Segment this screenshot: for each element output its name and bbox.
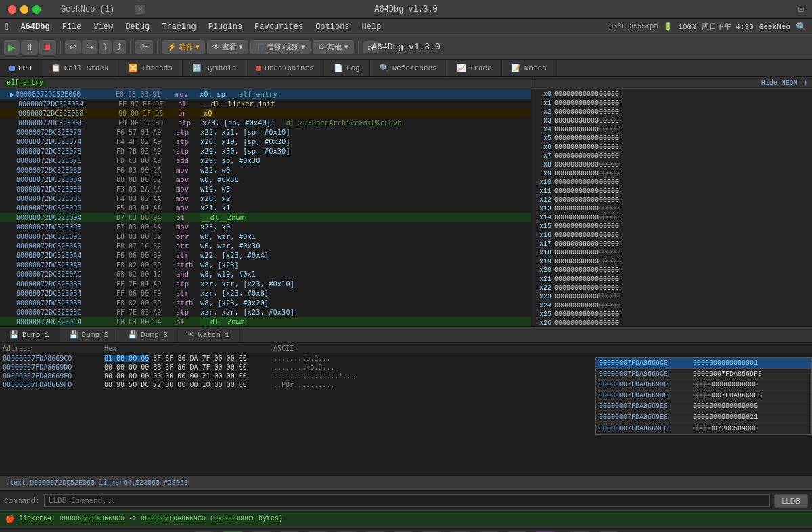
disasm-body[interactable]: ▶ 00000072DC52E060 E0 03 00 91 mov x0, s… xyxy=(0,89,531,326)
table-row[interactable]: 00000072DC52E07C FD C3 00 A9 add x29, sp… xyxy=(0,156,531,165)
reg-value[interactable]: 0000000000000000 xyxy=(554,108,619,116)
bottom-tab-dump1[interactable]: 💾 Dump 1 xyxy=(0,327,60,342)
toolbar-btn-step-over[interactable]: ↩ xyxy=(65,40,81,54)
bottom-tab-dump3[interactable]: 💾 Dump 3 xyxy=(118,327,178,342)
menu-tracing[interactable]: Tracing xyxy=(156,21,201,33)
menu-help[interactable]: Help xyxy=(357,21,387,33)
toolbar-btn-run-to[interactable]: ⤴ xyxy=(113,40,126,54)
apple-menu[interactable]:  xyxy=(5,22,11,32)
window-close-icon[interactable]: ✕ xyxy=(135,5,145,14)
menu-favourites[interactable]: Favourites xyxy=(249,21,309,33)
table-row[interactable]: 00000072DC52E0C4 CB C3 00 94 bl __dl__Zn… xyxy=(0,317,531,326)
table-row[interactable]: 00000072DC52E0A4 F6 06 00 B9 str w22, [x… xyxy=(0,250,531,260)
lldb-button[interactable]: LLDB xyxy=(774,494,808,508)
minimize-button[interactable] xyxy=(20,5,28,14)
cmd-input[interactable] xyxy=(44,494,771,507)
toolbar-btn-media[interactable]: 🎵 音频/视频 ▾ xyxy=(250,40,311,54)
menu-plugins[interactable]: Plugins xyxy=(203,21,248,33)
tab-threads[interactable]: 🔀 Threads xyxy=(119,60,183,76)
reg-body[interactable]: x0 0000000000000000 x1 0000000000000000 … xyxy=(531,89,812,326)
reg-value[interactable]: 0000000000000000 xyxy=(554,152,619,160)
table-row[interactable]: 00000072DC52E0BC FF 7E 03 A9 stp xzr, xz… xyxy=(0,307,531,317)
table-row[interactable]: 00000072DC52E068 00 00 1F D6 br x0 xyxy=(0,108,531,118)
reg-value[interactable]: 0000000000000000 xyxy=(554,99,619,107)
toolbar-btn-reload[interactable]: ⟳ xyxy=(135,40,153,54)
tab-callstack[interactable]: 📋 Call Stack xyxy=(42,60,119,76)
toolbar-btn-step-out[interactable]: ⤵ xyxy=(99,40,112,54)
tab-cpu[interactable]: CPU xyxy=(0,60,42,76)
maximize-button[interactable] xyxy=(32,5,41,14)
table-row[interactable]: 00000072DC52E0A8 E8 02 00 39 strb w8, [x… xyxy=(0,260,531,269)
hide-neon-button[interactable]: Hide NEON xyxy=(761,79,798,87)
menu-debug[interactable]: Debug xyxy=(120,21,155,33)
table-row[interactable]: 00000072DC52E08C F4 03 02 AA mov x20, x2 xyxy=(0,194,531,203)
reg-value[interactable]: 0000000000000000 xyxy=(554,311,619,318)
table-row[interactable]: 00000072DC52E070 F6 57 01 A9 stp x22, x2… xyxy=(0,127,531,137)
toolbar-btn-chakan[interactable]: 👁 查看 ▾ xyxy=(207,40,248,54)
table-row[interactable]: 00000072DC52E0B0 FF 7E 01 A9 stp xzr, xz… xyxy=(0,279,531,288)
watch-popup-row[interactable]: 00000007FDA8669D8 00000007FDA8669FB xyxy=(596,391,811,401)
toolbar-btn-stop[interactable]: ⏹ xyxy=(39,40,56,55)
watch-popup-row[interactable]: 00000007FDA8669C8 00000007FDA8669F8 xyxy=(596,369,811,380)
table-row[interactable]: 00000072DC52E080 F6 03 00 2A mov w22, w0 xyxy=(0,165,531,175)
tab-log[interactable]: 📄 Log xyxy=(324,60,370,76)
window-control-icon[interactable]: ⊡ xyxy=(798,3,804,15)
reg-value[interactable]: 0000000000000000 xyxy=(554,267,619,274)
table-row[interactable]: 00000072DC52E078 FD 7B 03 A9 stp x29, x3… xyxy=(0,146,531,156)
watch-popup-row[interactable]: 00000007FDA8669C0 0000000000000001 xyxy=(596,358,811,369)
reg-value[interactable]: 0000000000000000 xyxy=(554,275,619,283)
reg-value[interactable]: 0000000000000000 xyxy=(554,293,619,301)
table-row[interactable]: 00000072DC52E0B4 FF 06 00 F9 str xzr, [x… xyxy=(0,288,531,298)
watch-popup-row[interactable]: 00000007FDA8669E8 0000000000000021 xyxy=(596,412,811,423)
reg-value[interactable]: 0000000000000000 xyxy=(554,143,619,151)
reg-value[interactable]: 0000000000000000 xyxy=(554,249,619,257)
toolbar-btn-other[interactable]: ⚙ 其他 ▾ xyxy=(313,40,353,54)
bottom-tab-dump2[interactable]: 💾 Dump 2 xyxy=(60,327,119,342)
search-icon[interactable]: 🔍 xyxy=(796,22,807,32)
watch-popup-row[interactable]: 00000007FDA8669D0 0000000000000000 xyxy=(596,380,811,391)
reg-value[interactable]: 0000000000000000 xyxy=(554,240,619,248)
table-row[interactable]: 00000072DC52E0A0 E8 07 1C 32 orr w0, wzr… xyxy=(0,241,531,250)
reg-value[interactable]: 0000000000000000 xyxy=(554,126,619,133)
menu-options[interactable]: Options xyxy=(310,21,355,33)
table-row[interactable]: 00000072DC52E098 F7 03 00 AA mov x23, x0 xyxy=(0,222,531,231)
reg-value[interactable]: 0000000000000000 xyxy=(554,91,619,98)
menu-file[interactable]: File xyxy=(57,21,87,33)
reg-value[interactable]: 0000000000000000 xyxy=(554,258,619,265)
tab-references[interactable]: 🔍 References xyxy=(370,60,447,76)
tab-breakpoints[interactable]: Breakpoints xyxy=(246,60,324,76)
tab-trace[interactable]: 📈 Trace xyxy=(447,60,502,76)
toolbar-btn-play[interactable]: ▶ xyxy=(4,40,20,55)
table-row[interactable]: ▶ 00000072DC52E060 E0 03 00 91 mov x0, s… xyxy=(0,89,531,99)
reg-value[interactable]: 0000000000000000 xyxy=(554,284,619,292)
reg-value[interactable]: 0000000000000000 xyxy=(554,231,619,239)
expand-icon[interactable]: ⟩ xyxy=(803,78,808,88)
table-row[interactable]: 00000072DC52E094 D7 C3 00 94 bl __dl__Zn… xyxy=(0,213,531,222)
table-row[interactable]: 00000072DC52E074 F4 4F 02 A9 stp x20, x1… xyxy=(0,137,531,146)
menu-appname[interactable]: A64Dbg xyxy=(15,21,55,33)
table-row[interactable]: 00000072DC52E064 FF 97 FF 9F bl __dl__li… xyxy=(0,99,531,108)
close-button[interactable] xyxy=(8,5,16,14)
bottom-tab-watch1[interactable]: 👁 Watch 1 xyxy=(178,327,240,342)
table-row[interactable]: 00000072DC52E06C F9 0F 1C 8D stp x23, [s… xyxy=(0,118,531,127)
reg-value[interactable]: 0000000000000000 xyxy=(554,214,619,221)
toolbar-btn-step-in[interactable]: ↪ xyxy=(82,40,97,54)
reg-value[interactable]: 0000000000000000 xyxy=(554,196,619,204)
reg-value[interactable]: 0000000000000000 xyxy=(554,161,619,169)
reg-value[interactable]: 0000000000000000 xyxy=(554,205,619,213)
table-row[interactable]: 00000072DC52E0B8 E8 82 00 39 strb w8, [x… xyxy=(0,298,531,307)
menu-view[interactable]: View xyxy=(88,21,118,33)
reg-value[interactable]: 0000000000000000 xyxy=(554,223,619,230)
reg-value[interactable]: 0000000000000000 xyxy=(554,302,619,309)
table-row[interactable]: 00000072DC52E0AC 68 02 00 12 and w8, w19… xyxy=(0,269,531,279)
toolbar-btn-dongzuo[interactable]: ⚡ 动作 ▾ xyxy=(162,40,205,54)
table-row[interactable]: 00000072DC52E084 00 0B 80 52 mov w0, #0x… xyxy=(0,175,531,184)
reg-value[interactable]: 0000000000000000 xyxy=(554,135,619,142)
reg-value[interactable]: 0000000000000000 xyxy=(554,117,619,125)
table-row[interactable]: 00000072DC52E088 F3 03 2A AA mov w19, w3 xyxy=(0,184,531,194)
toolbar-btn-pause[interactable]: ⏸ xyxy=(21,40,38,55)
reg-value[interactable]: 0000000000000000 xyxy=(554,187,619,195)
tab-notes[interactable]: 📝 Notes xyxy=(502,60,557,76)
reg-value[interactable]: 0000000000000000 xyxy=(554,319,619,326)
table-row[interactable]: 00000072DC52E090 F5 03 01 AA mov x21, x1 xyxy=(0,203,531,213)
